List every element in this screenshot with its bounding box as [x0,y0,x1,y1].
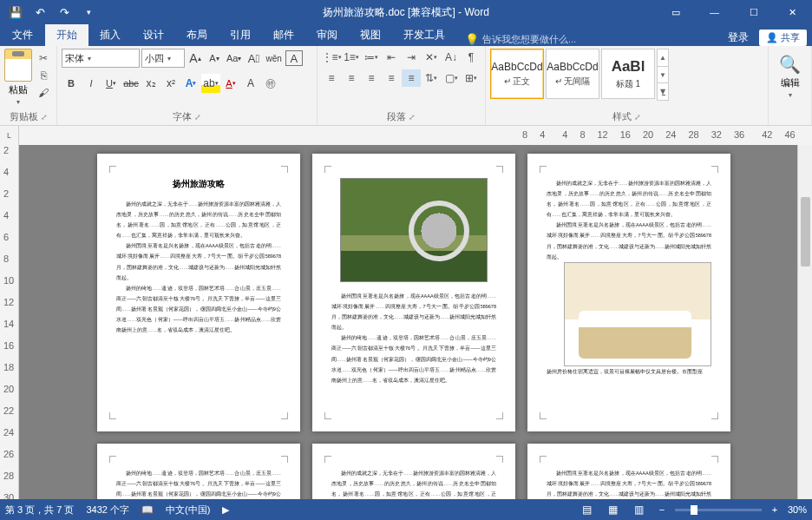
page[interactable]: 扬州的成就之深，无非在于……扬州旅游资源丰富的园林雅清雅，人杰地灵，历史故事……… [527,154,730,431]
file-tab[interactable]: 文件 [0,24,45,46]
font-launcher-icon[interactable]: ⤢ [194,113,201,122]
zoom-slider[interactable] [675,509,762,511]
tab-home[interactable]: 开始 [45,24,88,46]
align-right-icon[interactable]: ≡ [362,69,381,87]
tell-me-search[interactable]: 💡 告诉我您想要做什么... [465,33,576,46]
show-marks-icon[interactable]: ¶ [462,49,481,66]
multilevel-icon[interactable]: ≔▾ [362,49,381,66]
highlight-icon[interactable]: ab▾ [201,74,220,93]
subscript-icon[interactable]: x₂ [141,74,160,93]
styles-more-icon[interactable]: ▼̲ [658,83,668,100]
page[interactable]: 扬州旅游攻略 扬州的成就之深，无非在于……扬州旅游资源丰富的园林雅清雅，人杰地灵… [97,154,300,431]
paragraph-launcher-icon[interactable]: ⤢ [409,113,416,122]
asian-layout-icon[interactable]: ✕▾ [422,49,441,66]
page[interactable]: 扬州的成就之深，无非在于……扬州旅游资源丰富的园林雅清雅，人杰地灵，历史故事……… [312,444,515,499]
language-indicator[interactable]: 中文(中国) [166,504,210,517]
cut-icon[interactable]: ✂ [35,50,52,66]
style-normal[interactable]: AaBbCcDd ↵ 正文 [490,49,544,99]
find-icon[interactable]: 🔍 [779,54,801,75]
customize-qat-icon[interactable]: ▾ [78,3,99,22]
phonetic-guide-icon[interactable]: wěn [264,49,283,68]
vertical-ruler[interactable]: 24 24 68 1012 1416 1820 2224 2628 3032 3… [0,145,19,499]
tab-references[interactable]: 引用 [219,24,262,46]
page[interactable]: 扬州国境至著名是兴名扬旅，现在AAAA级景区，包括古老的明……城环境好像而展开…… [527,444,730,499]
font-name-combo[interactable]: 宋体▾ [62,49,140,68]
change-case-icon[interactable]: Aa▾ [225,49,243,68]
font-size-combo[interactable]: 小四▾ [141,49,185,68]
line-spacing-icon[interactable]: ⇅▾ [422,69,441,87]
paste-icon[interactable] [4,49,32,82]
editing-button[interactable]: 编辑 [781,76,800,89]
tab-developer[interactable]: 开发工具 [392,24,456,46]
spell-check-icon[interactable]: 📖 [141,504,154,516]
shading-icon[interactable]: ▢▾ [442,69,461,87]
paste-dropdown-icon[interactable]: ▾ [16,98,20,106]
vertical-scrollbar[interactable] [797,145,812,499]
print-layout-icon[interactable]: ▦ [604,502,623,517]
copy-icon[interactable]: ⎘ [35,68,52,83]
tab-insert[interactable]: 插入 [88,24,132,46]
tab-view[interactable]: 视图 [349,24,392,46]
justify-icon[interactable]: ≡ [382,69,401,87]
zoom-out-icon[interactable]: − [656,504,668,515]
align-left-icon[interactable]: ≡ [322,69,341,87]
document-canvas[interactable]: 扬州旅游攻略 扬州的成就之深，无非在于……扬州旅游资源丰富的园林雅清雅，人杰地灵… [19,145,797,499]
word-count[interactable]: 3432 个字 [86,504,129,517]
grow-font-icon[interactable]: A▴ [187,49,204,68]
styles-gallery[interactable]: AaBbCcDd ↵ 正文 AaBbCcDd ↵ 无间隔 AaBl 标题 1 ▲… [490,49,669,101]
borders-icon[interactable]: ⊞▾ [462,69,481,87]
text-effects-icon[interactable]: A▾ [181,74,200,93]
shrink-font-icon[interactable]: A▾ [206,49,223,68]
zoom-in-icon[interactable]: + [769,504,781,515]
tab-design[interactable]: 设计 [132,24,175,46]
char-shading-icon[interactable]: A [241,74,260,93]
page[interactable]: 扬州国境至著名是兴名扬旅，现在AAAA级景区，包括古老的明……城环境好像而展开…… [312,154,515,431]
scrollbar-thumb[interactable] [801,197,810,267]
tab-selector[interactable]: L [0,126,19,145]
share-button[interactable]: 👤 共享 [759,30,807,46]
tab-mailings[interactable]: 邮件 [262,24,305,46]
underline-icon[interactable]: U▾ [102,74,121,93]
increase-indent-icon[interactable]: ⇥ [402,49,421,66]
enclose-char-icon[interactable]: ㊕ [261,74,280,93]
minimize-icon[interactable]: — [695,0,734,24]
close-icon[interactable]: ✕ [773,0,812,24]
horizontal-ruler[interactable]: 84 48 1216 2024 2832 3642 46 [19,126,812,145]
style-heading1[interactable]: AaBl 标题 1 [601,49,655,99]
read-mode-icon[interactable]: ▤ [578,502,597,517]
style-no-spacing[interactable]: AaBbCcDd ↵ 无间隔 [546,49,599,99]
styles-launcher-icon[interactable]: ⤢ [634,113,641,122]
ribbon-options-icon[interactable]: ▭ [656,0,695,24]
bullets-icon[interactable]: ⋮≡▾ [322,49,341,66]
sort-icon[interactable]: A↓ [442,49,461,66]
superscript-icon[interactable]: x² [161,74,180,93]
page[interactable]: 扬州的绮地……遗迹，双登塔，园林艺术塔……合山景，庄五景……商正——六朝古都清至… [97,444,300,499]
macro-record-icon[interactable]: ▶ [222,504,229,516]
undo-icon[interactable]: ↶ [29,3,50,22]
tab-review[interactable]: 审阅 [305,24,349,46]
save-icon[interactable]: 💾 [5,3,26,22]
zoom-level[interactable]: 30% [788,504,807,515]
italic-icon[interactable]: I [82,74,101,93]
char-border-icon[interactable]: A [285,50,303,66]
format-painter-icon[interactable]: 🖌 [35,85,52,101]
distribute-icon[interactable]: ≡ [402,69,421,87]
clipboard-launcher-icon[interactable]: ⤢ [41,113,48,122]
redo-icon[interactable]: ↷ [54,3,75,22]
clear-formatting-icon[interactable]: A⃠ [245,49,262,68]
editing-dropdown-icon[interactable]: ▾ [789,91,792,99]
paste-button[interactable]: 粘贴 [9,83,28,96]
login-button[interactable]: 登录 [719,30,757,45]
maximize-icon[interactable]: ☐ [734,0,773,24]
font-color-icon[interactable]: A▾ [221,74,240,93]
page-indicator[interactable]: 第 3 页，共 7 页 [5,504,74,517]
strikethrough-icon[interactable]: abc [121,74,141,93]
numbering-icon[interactable]: 1≡▾ [342,49,361,66]
tab-layout[interactable]: 布局 [175,24,219,46]
align-center-icon[interactable]: ≡ [342,69,361,87]
styles-down-icon[interactable]: ▼ [658,67,668,84]
web-layout-icon[interactable]: ▥ [630,502,649,517]
decrease-indent-icon[interactable]: ⇤ [382,49,401,66]
bold-icon[interactable]: B [62,74,81,93]
styles-scroll[interactable]: ▲ ▼ ▼̲ [657,49,669,101]
